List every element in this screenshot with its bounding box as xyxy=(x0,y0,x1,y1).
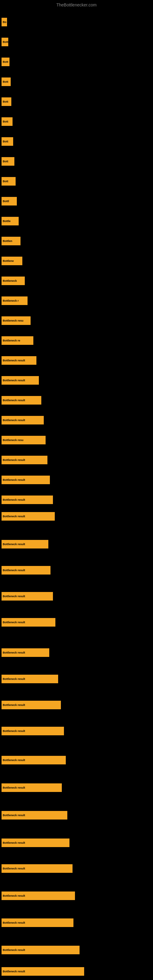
bar-label: Bo xyxy=(3,21,6,24)
bar-label: Bottleneck result xyxy=(3,379,25,382)
table-row: Bottleneck resu xyxy=(2,317,30,325)
table-row: Bottleneck result xyxy=(2,891,75,900)
table-row: Bott xyxy=(2,137,13,146)
bar-label: Bottleneck result xyxy=(3,515,25,518)
bar-label: Bottl xyxy=(3,200,9,203)
bar-label: Bottleneck result xyxy=(3,921,25,924)
bar-label: Bottleneck result xyxy=(3,814,25,817)
table-row: Bottleneck result xyxy=(2,416,44,425)
table-row: Bottleneck result xyxy=(2,356,37,365)
bar-label: Bottleneck r xyxy=(3,299,19,302)
table-row: Bottleneck result xyxy=(2,376,39,385)
bar-label: Bottleneck result xyxy=(3,458,25,461)
bar-label: Bottleneck result xyxy=(3,542,25,546)
table-row: Bottleneck result xyxy=(2,476,50,484)
bar-label: Bottleneck result xyxy=(3,399,25,402)
table-row: Bottleneck r xyxy=(2,296,27,305)
bar-label: Bottleneck result xyxy=(3,894,25,897)
bar-label: Bott xyxy=(3,120,8,123)
table-row: Bottleneck result xyxy=(2,918,73,927)
bar-label: Bottleneck resu xyxy=(3,439,24,442)
bar-label: Bott xyxy=(3,40,8,43)
table-row: Bo xyxy=(2,18,7,26)
bar-label: Bottleneck result xyxy=(3,841,25,844)
bar-label: Bottleneck result xyxy=(3,678,25,681)
table-row: Bottleneck result xyxy=(2,838,70,847)
bar-label: Bottleneck result xyxy=(3,948,25,951)
table-row: Bottleneck result xyxy=(2,456,48,464)
bar-label: Bottleneck result xyxy=(3,569,25,572)
table-row: Bottleneck result xyxy=(2,727,64,735)
bar-label: Bottleneck xyxy=(3,279,17,282)
bar-label: Bottleneck result xyxy=(3,595,25,598)
bar-label: Bottlene xyxy=(3,259,14,262)
bar-label: Bottleneck resu xyxy=(3,319,24,322)
bar-label: Bottleneck result xyxy=(3,478,25,481)
table-row: Bottleneck re xyxy=(2,336,33,345)
table-row: Bottleneck result xyxy=(2,495,53,504)
bar-label: Bottleneck result xyxy=(3,759,25,762)
table-row: Bottleneck result xyxy=(2,648,49,657)
bar-label: Bottleneck result xyxy=(3,786,25,789)
bar-label: Bottleneck result xyxy=(3,359,25,362)
table-row: Bottleneck result xyxy=(2,946,80,954)
bar-label: Bott xyxy=(3,180,8,183)
table-row: Bottlene xyxy=(2,257,22,265)
bar-label: Bott xyxy=(3,100,8,103)
bar-label: Bottleneck result xyxy=(3,498,25,501)
site-title: TheBottlenecker.com xyxy=(0,0,153,9)
table-row: Bottlen xyxy=(2,237,21,245)
bar-label: Bottleneck result xyxy=(3,651,25,654)
table-row: Bott xyxy=(2,177,16,186)
bar-label: Bott xyxy=(3,80,8,83)
table-row: Bottleneck result xyxy=(2,811,67,819)
table-row: Bottle xyxy=(2,217,19,225)
table-row: Bottleneck result xyxy=(2,396,41,404)
table-row: Bottleneck result xyxy=(2,701,61,709)
bar-label: Bottleneck result xyxy=(3,418,25,422)
bar-label: Bottle xyxy=(3,220,11,223)
bar-label: Bott xyxy=(3,60,8,64)
table-row: Bottleneck xyxy=(2,277,25,285)
table-row: Bott xyxy=(2,38,8,46)
bar-label: Bottleneck result xyxy=(3,867,25,870)
table-row: Bottleneck resu xyxy=(2,436,46,444)
table-row: Bottleneck result xyxy=(2,967,84,976)
bar-label: Bottleneck re xyxy=(3,339,20,342)
table-row: Bottleneck result xyxy=(2,783,62,792)
bar-label: Bottleneck result xyxy=(3,970,25,973)
table-row: Bottleneck result xyxy=(2,675,58,683)
table-row: Bottleneck result xyxy=(2,540,48,549)
chart-container: BoBottBottBottBottBottBottBottBottBottlB… xyxy=(0,9,153,976)
table-row: Bottleneck result xyxy=(2,566,51,574)
bar-label: Bottleneck result xyxy=(3,621,25,624)
table-row: Bott xyxy=(2,57,10,66)
table-row: Bottleneck result xyxy=(2,592,53,601)
table-row: Bottl xyxy=(2,197,17,205)
bar-label: Bott xyxy=(3,140,8,143)
table-row: Bott xyxy=(2,78,11,86)
table-row: Bottleneck result xyxy=(2,864,73,873)
table-row: Bottleneck result xyxy=(2,618,56,627)
bar-label: Bott xyxy=(3,160,8,163)
bar-label: Bottleneck result xyxy=(3,730,25,733)
table-row: Bott xyxy=(2,157,14,166)
bar-label: Bottleneck result xyxy=(3,703,25,706)
bar-label: Bottlen xyxy=(3,240,12,243)
table-row: Bott xyxy=(2,117,13,126)
table-row: Bottleneck result xyxy=(2,756,66,764)
table-row: Bott xyxy=(2,97,11,106)
table-row: Bottleneck result xyxy=(2,512,55,520)
